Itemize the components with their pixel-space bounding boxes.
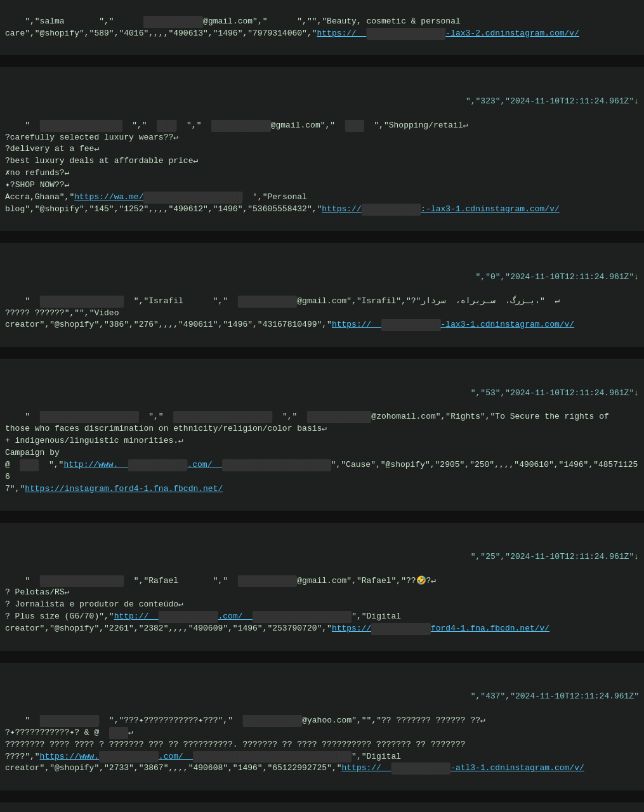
separator-5 bbox=[0, 652, 644, 664]
data-block-4: ","53","2024-11-10T12:11:24.961Z"↓ " ███… bbox=[0, 360, 644, 512]
block6-meta: ","437","2024-11-10T12:11:24.961Z" bbox=[5, 691, 639, 703]
data-block-6: ","437","2024-11-10T12:11:24.961Z" " ███… bbox=[0, 664, 644, 792]
block6-text: " ████████████ ","???✦???????????✦???","… bbox=[5, 716, 584, 773]
data-block-5: ","25","2024-11-10T12:11:24.961Z"↓ " ███… bbox=[0, 523, 644, 652]
block3-text: " █████████████████ ","Israfil "," █████… bbox=[5, 296, 574, 330]
block5-text: " █████████████████ ","Rafael "," ██████… bbox=[5, 576, 549, 633]
data-block-7: ","1013","2024-11-10T12:11:24.96 1Z"↓ " … bbox=[0, 803, 644, 812]
separator-3 bbox=[0, 348, 644, 360]
separator-6 bbox=[0, 792, 644, 803]
block2-text: " ██████████████ "," ████ "," ██████████… bbox=[5, 121, 560, 214]
block3-meta: ","0","2024-11-10T12:11:24.961Z"↓ bbox=[5, 272, 639, 284]
block2-meta: ","323","2024-11-10T12:11:24.961Z"↓ bbox=[5, 96, 639, 108]
separator-1 bbox=[0, 56, 644, 68]
block4-meta: ","53","2024-11-10T12:11:24.961Z"↓ bbox=[5, 388, 639, 400]
separator-2 bbox=[0, 232, 644, 244]
block5-meta: ","25","2024-11-10T12:11:24.961Z"↓ bbox=[5, 551, 639, 563]
data-block-1: ","salma "," ████████████@gmail.com"," "… bbox=[0, 0, 644, 56]
separator-4 bbox=[0, 512, 644, 523]
data-viewer: ","salma "," ████████████@gmail.com"," "… bbox=[0, 0, 644, 812]
data-block-2: ","323","2024-11-10T12:11:24.961Z"↓ " ██… bbox=[0, 68, 644, 232]
block1-text: ","salma "," ████████████@gmail.com"," "… bbox=[5, 16, 579, 38]
block4-text: " ████████████████████ "," █████████████… bbox=[5, 412, 638, 493]
data-block-3: ","0","2024-11-10T12:11:24.961Z"↓ " ████… bbox=[0, 244, 644, 348]
